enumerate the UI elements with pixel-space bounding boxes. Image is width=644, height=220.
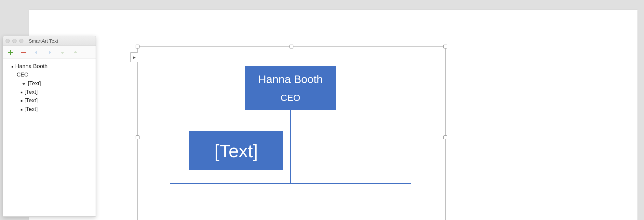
- connector-line: [290, 110, 291, 183]
- assistant-glyph-icon: └▸: [20, 80, 26, 87]
- window-controls: [6, 39, 23, 43]
- move-down-button[interactable]: [58, 48, 67, 57]
- window-minimize-icon[interactable]: [12, 39, 17, 43]
- panel-title: SmartArt Text: [29, 38, 58, 44]
- arrow-down-icon: [59, 49, 66, 56]
- svg-rect-0: [21, 52, 26, 53]
- promote-button[interactable]: [32, 48, 41, 57]
- org-node-title: CEO: [281, 93, 301, 103]
- outline-item-root-subtitle[interactable]: CEO: [6, 71, 93, 79]
- connector-line: [283, 151, 291, 151]
- smartart-text-panel[interactable]: SmartArt Text: [3, 36, 96, 217]
- outline-text[interactable]: [Text]: [24, 88, 38, 96]
- org-chart: Hanna Booth CEO [Text]: [138, 47, 445, 220]
- outline-text[interactable]: CEO: [17, 71, 29, 79]
- org-node-assistant[interactable]: [Text]: [189, 131, 283, 170]
- minus-icon: [20, 49, 27, 56]
- move-up-button[interactable]: [71, 48, 80, 57]
- outline-text[interactable]: [Text]: [24, 105, 38, 114]
- window-close-icon[interactable]: [6, 39, 10, 43]
- plus-icon: [7, 49, 14, 56]
- panel-toolbar: [3, 46, 96, 59]
- outline-item-assistant[interactable]: └▸ [Text]: [6, 79, 93, 88]
- text-pane-toggle[interactable]: ▶: [130, 52, 138, 62]
- outline-item-child[interactable]: ■ [Text]: [6, 96, 93, 105]
- outline-item-child[interactable]: ■ [Text]: [6, 88, 93, 96]
- remove-shape-button[interactable]: [19, 48, 28, 57]
- bullet-icon: ■: [20, 98, 22, 103]
- outline-text[interactable]: [Text]: [24, 96, 38, 105]
- bullet-icon: ■: [20, 107, 22, 112]
- window-zoom-icon[interactable]: [19, 39, 23, 43]
- arrow-up-icon: [72, 49, 79, 56]
- outline-text[interactable]: Hanna Booth: [15, 62, 47, 71]
- bullet-icon: ■: [20, 90, 22, 95]
- org-node-root[interactable]: Hanna Booth CEO: [245, 66, 336, 110]
- outline-item-root[interactable]: ■ Hanna Booth: [6, 62, 93, 71]
- connector-line: [170, 183, 411, 184]
- org-node-placeholder: [Text]: [214, 140, 258, 161]
- smartart-frame[interactable]: ▶ Hanna Booth CEO [Text]: [137, 46, 446, 220]
- outline-editor[interactable]: ■ Hanna Booth CEO └▸ [Text] ■ [Text] ■ […: [3, 59, 96, 216]
- panel-titlebar[interactable]: SmartArt Text: [3, 36, 96, 46]
- document-page: ▶ Hanna Booth CEO [Text]: [29, 10, 637, 220]
- outline-text[interactable]: [Text]: [28, 79, 41, 88]
- add-shape-button[interactable]: [6, 48, 15, 57]
- bullet-icon: ■: [11, 64, 13, 69]
- org-node-name: Hanna Booth: [258, 73, 323, 86]
- chevron-right-icon: ▶: [133, 55, 136, 60]
- demote-button[interactable]: [45, 48, 54, 57]
- arrow-right-icon: [46, 49, 53, 56]
- outline-item-child[interactable]: ■ [Text]: [6, 105, 93, 114]
- arrow-left-icon: [33, 49, 40, 56]
